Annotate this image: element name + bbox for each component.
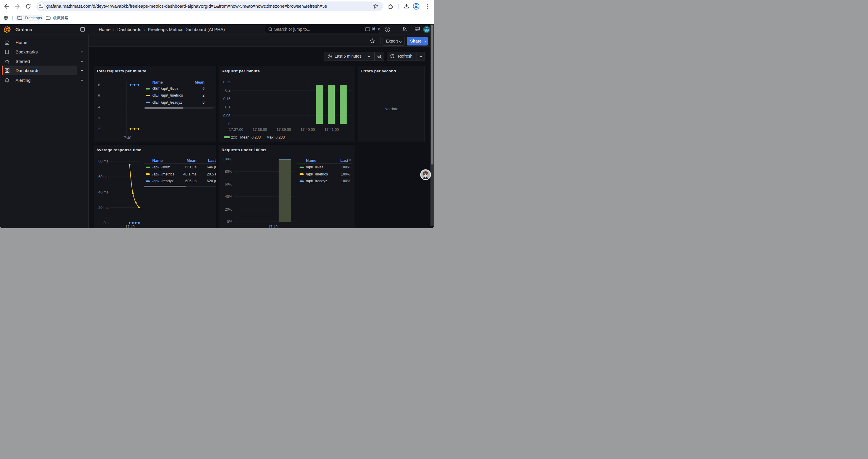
svg-text:17:41:00: 17:41:00 — [324, 128, 339, 132]
svg-text:40 ms: 40 ms — [98, 190, 108, 194]
svg-text:0.1: 0.1 — [225, 105, 230, 109]
svg-text:17:40: 17:40 — [268, 225, 277, 228]
svg-text:6: 6 — [98, 83, 100, 87]
svg-text:0 s: 0 s — [103, 221, 108, 225]
svg-text:3: 3 — [98, 116, 100, 120]
svg-text:2: 2 — [98, 127, 100, 131]
svg-text:17:40: 17:40 — [122, 136, 131, 140]
svg-text:17:40:00: 17:40:00 — [301, 128, 315, 132]
svg-text:20%: 20% — [224, 207, 232, 211]
svg-text:80%: 80% — [224, 170, 232, 174]
svg-text:4: 4 — [98, 105, 100, 109]
svg-text:100%: 100% — [223, 157, 232, 161]
svg-text:0%: 0% — [226, 220, 232, 224]
svg-text:17:37:00: 17:37:00 — [229, 128, 243, 132]
svg-text:0: 0 — [228, 122, 230, 126]
svg-text:0.15: 0.15 — [223, 97, 230, 101]
svg-text:80 ms: 80 ms — [98, 160, 108, 164]
svg-text:17:40: 17:40 — [125, 225, 134, 228]
svg-text:60 ms: 60 ms — [98, 175, 108, 179]
svg-text:40%: 40% — [224, 195, 232, 199]
svg-text:5: 5 — [98, 94, 100, 98]
svg-text:60%: 60% — [224, 182, 232, 186]
svg-text:0.25: 0.25 — [223, 80, 230, 84]
svg-text:17:38:00: 17:38:00 — [253, 128, 267, 132]
svg-text:17:39:00: 17:39:00 — [277, 128, 291, 132]
svg-text:0.05: 0.05 — [223, 114, 230, 118]
svg-text:20 ms: 20 ms — [98, 205, 108, 210]
svg-text:0.2: 0.2 — [225, 89, 230, 93]
